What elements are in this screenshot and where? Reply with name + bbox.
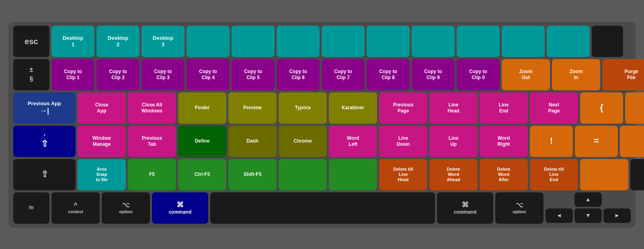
key-clip3[interactable]: Copy toClip 3 — [142, 59, 185, 90]
key-f11[interactable] — [502, 26, 545, 57]
key-arrow-right[interactable]: ► — [603, 208, 631, 223]
arrow-lr-row: ◄ ▼ ► — [546, 208, 631, 223]
key-line-head[interactable]: LineHead — [429, 92, 478, 124]
key-lbrace[interactable]: { — [580, 92, 623, 124]
key-window-manage[interactable]: WindowManage — [78, 126, 126, 157]
key-command-right[interactable]: ⌘ command — [437, 192, 493, 224]
key-f4[interactable] — [187, 26, 230, 57]
key-command-left[interactable]: ⌘ command — [152, 192, 208, 224]
key-purge[interactable]: PurgeFile ⌫ — [602, 59, 644, 90]
key-f7[interactable] — [322, 26, 365, 57]
key-equals[interactable]: = — [575, 126, 618, 157]
key-f6[interactable] — [277, 26, 320, 57]
key-f5[interactable]: F5 — [128, 159, 176, 190]
key-define[interactable]: Define — [178, 126, 226, 157]
key-section[interactable]: ± § — [13, 59, 49, 90]
arrow-up-row: ▲ — [546, 192, 631, 207]
caps-row: • ⇧ WindowManage PreviousTab Define Dash… — [13, 126, 631, 157]
key-esc[interactable]: esc — [13, 26, 49, 57]
key-shift-f5[interactable]: Shift-F5 — [228, 159, 277, 190]
key-f9[interactable] — [412, 26, 455, 57]
key-f10[interactable] — [457, 26, 500, 57]
key-next-page[interactable]: NextPage — [530, 92, 578, 124]
tab-row: Previous App →| CloseApp Close AllWindow… — [13, 92, 631, 124]
keyboard: esc Desktop1 Desktop2 Desktop3 ± § Copy … — [8, 22, 636, 228]
key-option-left[interactable]: ⌥ option — [102, 192, 150, 224]
key-line-end[interactable]: LineEnd — [480, 92, 528, 124]
number-row: ± § Copy toClip 1 Copy toClip 2 Copy toC… — [13, 59, 631, 90]
key-orange-shift-extra[interactable] — [580, 159, 628, 190]
key-finder[interactable]: Finder — [178, 92, 226, 124]
key-f5-teal[interactable] — [232, 26, 275, 57]
key-del-word-after[interactable]: DeleteWordAfter — [480, 159, 528, 190]
key-del-line-end[interactable]: Delete tillLineEnd — [530, 159, 578, 190]
key-clip1[interactable]: Copy toClip 1 — [51, 59, 94, 90]
key-shift-right[interactable]: ⇧ — [630, 159, 644, 190]
key-fn[interactable]: fn — [13, 192, 49, 224]
key-line-up[interactable]: LineUp — [429, 126, 478, 157]
key-desktop2[interactable]: Desktop2 — [96, 26, 139, 57]
key-word-right[interactable]: WordRight — [480, 126, 528, 157]
key-del-line-head[interactable]: Delete tillLineHead — [379, 159, 427, 190]
key-clip4[interactable]: Copy toClip 4 — [187, 59, 230, 90]
key-orange-extra1[interactable] — [620, 126, 644, 157]
key-zoom-out[interactable]: ZoomOut — [502, 59, 550, 90]
key-del-word-ahead[interactable]: DeleteWordAhead — [429, 159, 478, 190]
key-chrome[interactable]: Chrome — [279, 126, 327, 157]
key-close-all[interactable]: Close AllWindows — [128, 92, 176, 124]
key-arrow-left[interactable]: ◄ — [546, 208, 573, 223]
key-control[interactable]: ^ control — [51, 192, 100, 224]
key-rbrace[interactable]: } — [625, 92, 644, 124]
key-clip9[interactable]: Copy toClip 9 — [412, 59, 455, 90]
key-prev-app[interactable]: Previous App →| — [13, 92, 76, 124]
key-typora[interactable]: Typora — [279, 92, 327, 124]
key-prev-page[interactable]: PreviousPage — [379, 92, 427, 124]
key-clip7[interactable]: Copy toClip 7 — [322, 59, 365, 90]
key-caps[interactable]: • ⇧ — [13, 126, 76, 157]
key-ctrl-f5[interactable]: Ctrl-F5 — [178, 159, 226, 190]
key-option-right[interactable]: ⌥ option — [495, 192, 544, 224]
key-desktop1[interactable]: Desktop1 — [51, 26, 94, 57]
key-arrow-up[interactable]: ▲ — [574, 192, 602, 207]
key-f8[interactable] — [367, 26, 410, 57]
key-clip2[interactable]: Copy toClip 2 — [96, 59, 139, 90]
key-clip6[interactable]: Copy toClip 6 — [277, 59, 320, 90]
shift-row: ⇧ AreaSnapto file F5 Ctrl-F5 Shift-F5 De… — [13, 159, 631, 190]
key-green-blank2[interactable] — [329, 159, 377, 190]
key-line-down[interactable]: LineDown — [379, 126, 427, 157]
function-row: esc Desktop1 Desktop2 Desktop3 — [13, 26, 631, 57]
key-clip0[interactable]: Copy toClip 0 — [457, 59, 500, 90]
key-exclaim[interactable]: ! — [530, 126, 573, 157]
key-space[interactable] — [210, 192, 435, 224]
arrow-keys: ▲ ◄ ▼ ► — [546, 192, 631, 224]
key-close-app[interactable]: CloseApp — [78, 92, 126, 124]
key-power[interactable] — [592, 26, 623, 57]
key-karabiner[interactable]: Karabiner — [329, 92, 377, 124]
key-zoom-in[interactable]: ZoomIn — [552, 59, 600, 90]
key-prev-tab[interactable]: PreviousTab — [128, 126, 176, 157]
key-clip8[interactable]: Copy toClip 8 — [367, 59, 410, 90]
bottom-row: fn ^ control ⌥ option ⌘ command ⌘ comman… — [13, 192, 631, 224]
key-dash[interactable]: Dash — [228, 126, 277, 157]
key-clip5[interactable]: Copy toClip 5 — [232, 59, 275, 90]
key-desktop3[interactable]: Desktop3 — [142, 26, 185, 57]
key-preview[interactable]: Preview — [228, 92, 277, 124]
key-shift-left[interactable]: ⇧ — [13, 159, 76, 190]
key-green-blank1[interactable] — [279, 159, 327, 190]
key-word-left[interactable]: WordLeft — [329, 126, 377, 157]
key-area-snap[interactable]: AreaSnapto file — [78, 159, 126, 190]
key-arrow-down[interactable]: ▼ — [574, 208, 602, 223]
key-f12[interactable] — [547, 26, 590, 57]
